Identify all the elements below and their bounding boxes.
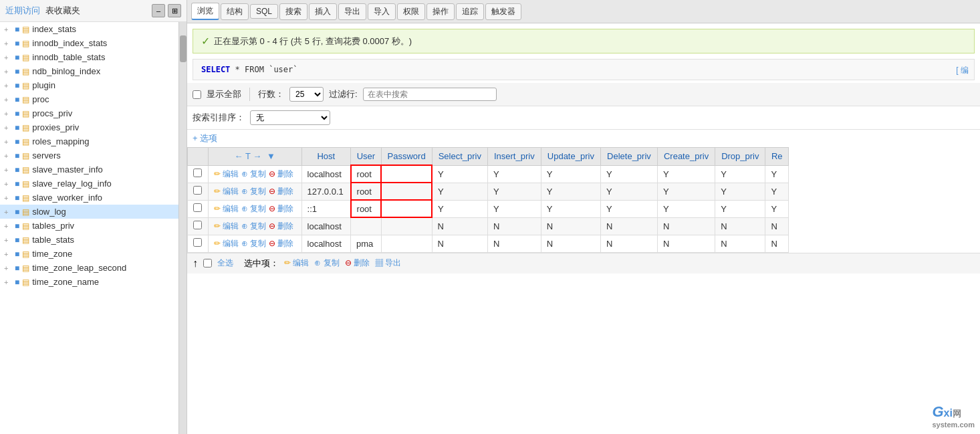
delete-link[interactable]: ⊖ 删除 (269, 187, 293, 196)
col-delete-priv[interactable]: Delete_priv (601, 148, 658, 166)
toolbar-operations-btn[interactable]: 操作 (426, 3, 455, 20)
delete-link[interactable]: ⊖ 删除 (269, 221, 293, 231)
row-checkbox-cell (188, 200, 209, 217)
sidebar-item-index_stats[interactable]: + ■ ▤ index_stats (0, 22, 178, 36)
copy-link[interactable]: ⊕ 复制 (241, 239, 266, 248)
sidebar-recent-tab[interactable]: 近期访问 (5, 5, 40, 17)
toolbar-structure-btn[interactable]: 结构 (221, 3, 249, 20)
col-password[interactable]: Password (381, 148, 432, 166)
sidebar-item-table_stats[interactable]: + ■ ▤ table_stats (0, 233, 178, 247)
edit-link[interactable]: ✏ 编辑 (214, 239, 239, 248)
edit-link[interactable]: ✏ 编辑 (214, 187, 239, 196)
col-host[interactable]: Host (301, 148, 351, 166)
arrow-right[interactable]: → (253, 151, 261, 161)
sidebar-item-tables_priv[interactable]: + ■ ▤ tables_priv (0, 219, 178, 233)
bottom-delete-link[interactable]: ⊖ 删除 (345, 257, 370, 269)
arrow-left[interactable]: ← (235, 151, 243, 161)
col-drop-priv[interactable]: Drop_priv (715, 148, 765, 166)
delete-link[interactable]: ⊖ 删除 (269, 169, 293, 179)
sidebar-item-innodb_table_stats[interactable]: + ■ ▤ innodb_table_stats (0, 50, 178, 64)
sidebar-item-label: servers (32, 150, 61, 160)
sort-select[interactable]: 无 (250, 110, 330, 125)
select-all-link[interactable]: 全选 (217, 257, 233, 269)
col-filter-icon[interactable]: ▼ (267, 151, 275, 161)
edit-link[interactable]: ✏ 编辑 (214, 204, 239, 213)
toolbar-triggers-btn[interactable]: 触发器 (485, 3, 521, 20)
row-password (381, 165, 432, 183)
options-toggle[interactable]: + 选项 (187, 130, 980, 147)
db-icon: ■ (15, 151, 19, 160)
selected-label: 选中项： (244, 257, 279, 269)
sidebar-item-slave_relay_log_info[interactable]: + ■ ▤ slave_relay_log_info (0, 177, 178, 191)
sidebar-item-servers[interactable]: + ■ ▤ servers (0, 148, 178, 162)
row-drop-priv: Y (715, 183, 765, 200)
sidebar-header-actions: – ⊞ (152, 4, 181, 17)
toolbar-export-btn[interactable]: 导出 (338, 3, 366, 20)
sidebar-item-slave_worker_info[interactable]: + ■ ▤ slave_worker_info (0, 191, 178, 205)
row-insert-priv: N (487, 235, 541, 252)
col-re[interactable]: Re (765, 148, 789, 166)
copy-link[interactable]: ⊕ 复制 (241, 204, 266, 213)
sidebar-expand-btn[interactable]: ⊞ (168, 4, 181, 17)
table-row: ✏ 编辑 ⊕ 复制 ⊖ 删除 localhost N N N N N N (188, 217, 789, 235)
expand-icon: + (4, 222, 13, 230)
sidebar-item-slow_log[interactable]: + ■ ▤ slow_log (0, 205, 178, 219)
col-user[interactable]: User (351, 148, 382, 166)
toolbar-browse-btn[interactable]: 浏览 (191, 3, 219, 20)
sidebar-item-ndb_binlog_index[interactable]: + ■ ▤ ndb_binlog_index (0, 64, 178, 78)
toolbar-import-btn[interactable]: 导入 (368, 3, 396, 20)
col-select-priv[interactable]: Select_priv (432, 148, 487, 166)
sidebar-item-label: proc (32, 94, 49, 104)
toolbar-sql-btn[interactable]: SQL (250, 4, 278, 19)
sidebar-item-time_zone_name[interactable]: + ■ ▤ time_zone_name (0, 275, 178, 289)
row-checkbox[interactable] (193, 186, 202, 195)
sidebar-item-slave_master_info[interactable]: + ■ ▤ slave_master_info (0, 162, 178, 177)
col-insert-priv[interactable]: Insert_priv (487, 148, 541, 166)
copy-link[interactable]: ⊕ 复制 (241, 187, 266, 196)
sidebar-item-innodb_index_stats[interactable]: + ■ ▤ innodb_index_stats (0, 36, 178, 50)
sidebar-item-procs_priv[interactable]: + ■ ▤ procs_priv (0, 106, 178, 120)
sidebar-item-proc[interactable]: + ■ ▤ proc (0, 92, 178, 106)
row-host: localhost (301, 235, 351, 252)
sidebar-item-proxies_priv[interactable]: + ■ ▤ proxies_priv (0, 120, 178, 134)
col-update-priv[interactable]: Update_priv (541, 148, 600, 166)
row-delete-priv: Y (601, 183, 658, 200)
toolbar-tracking-btn[interactable]: 追踪 (456, 3, 484, 20)
col-create-priv[interactable]: Create_priv (657, 148, 715, 166)
bottom-export-link[interactable]: ▦ 导出 (375, 257, 401, 269)
expand-icon: + (4, 236, 13, 244)
select-all-checkbox[interactable] (203, 259, 212, 267)
table-header-row: ← T → ▼ Host User Password Select_priv I… (188, 148, 789, 166)
edit-link[interactable]: ✏ 编辑 (214, 169, 239, 179)
sidebar-collapse-btn[interactable]: – (152, 4, 165, 17)
row-checkbox[interactable] (193, 238, 202, 247)
row-actions-cell: ✏ 编辑 ⊕ 复制 ⊖ 删除 (208, 217, 301, 235)
show-all-checkbox[interactable] (193, 90, 201, 99)
row-checkbox[interactable] (193, 221, 202, 229)
row-checkbox[interactable] (193, 169, 202, 177)
toolbar-permissions-btn[interactable]: 权限 (397, 3, 425, 20)
row-update-priv: Y (541, 165, 600, 183)
sidebar-favorites-tab[interactable]: 表收藏夹 (45, 5, 80, 17)
toolbar-search-btn[interactable]: 搜索 (279, 3, 308, 20)
sidebar-item-plugin[interactable]: + ■ ▤ plugin (0, 78, 178, 92)
delete-link[interactable]: ⊖ 删除 (269, 204, 293, 213)
row-count-select[interactable]: 25 50 100 (289, 87, 324, 102)
delete-link[interactable]: ⊖ 删除 (269, 239, 293, 248)
edit-link[interactable]: ✏ 编辑 (214, 221, 239, 231)
copy-link[interactable]: ⊕ 复制 (241, 169, 266, 179)
db-icon: ■ (15, 221, 19, 231)
sidebar-item-time_zone[interactable]: + ■ ▤ time_zone (0, 247, 178, 261)
sidebar-item-roles_mapping[interactable]: + ■ ▤ roles_mapping (0, 134, 178, 148)
toolbar-insert-btn[interactable]: 插入 (309, 3, 337, 20)
filter-input[interactable] (363, 88, 497, 101)
bottom-copy-link[interactable]: ⊕ 复制 (314, 257, 339, 269)
sidebar-scrollbar[interactable] (178, 22, 187, 434)
sql-edit-link[interactable]: [ 编 (956, 65, 969, 76)
bottom-edit-link[interactable]: ✏ 编辑 (284, 257, 309, 269)
db-icon: ■ (15, 263, 19, 273)
sidebar-item-time_zone_leap_second[interactable]: + ■ ▤ time_zone_leap_second (0, 261, 178, 275)
row-checkbox[interactable] (193, 203, 202, 212)
copy-link[interactable]: ⊕ 复制 (241, 221, 266, 231)
expand-icon: + (4, 180, 13, 188)
